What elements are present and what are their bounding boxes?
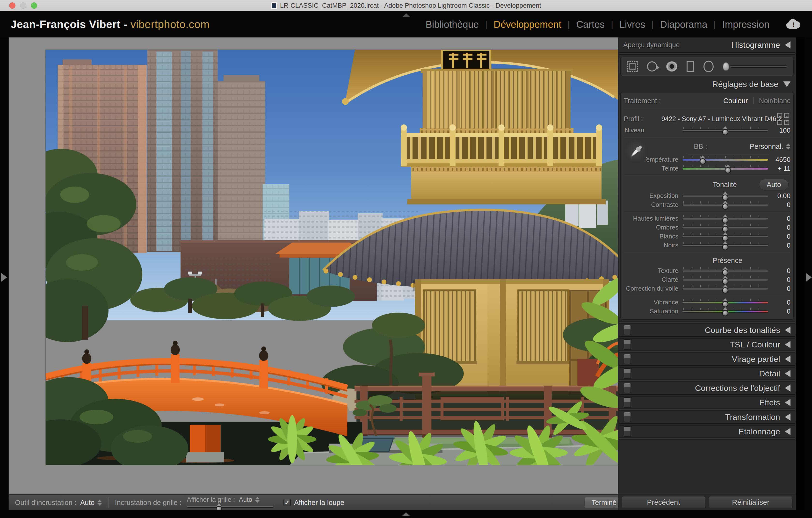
whites-slider[interactable] (682, 232, 768, 241)
clarity-row: Clarté 0 (624, 275, 790, 284)
overlay-tool-spinner-icon[interactable] (97, 500, 102, 506)
white-balance-eyedropper-icon[interactable] (624, 140, 647, 163)
panel-toggle-switch[interactable] (624, 339, 631, 350)
right-panel-scroll[interactable]: Aperçu dynamique Histogramme (618, 37, 796, 494)
window-title: LR-CLASSIC_CatMBP_2020.lrcat - Adobe Pho… (280, 2, 541, 9)
panel-toggle-switch[interactable] (624, 412, 631, 422)
previous-button[interactable]: Précédent (622, 496, 705, 508)
profile-browser-icon[interactable] (777, 113, 789, 125)
module-impression[interactable]: Impression (716, 19, 776, 30)
tint-row: Teinte + 11 (624, 164, 790, 173)
module-bibliotheque[interactable]: Bibliothèque (419, 19, 485, 30)
vibrance-label: Vibrance (624, 299, 682, 306)
clarity-slider[interactable] (682, 275, 768, 284)
panel-divider (619, 336, 795, 338)
wb-value[interactable]: Personnal. (750, 143, 783, 151)
basic-panel-header[interactable]: Réglages de base (618, 78, 796, 90)
auto-tone-button[interactable]: Auto (759, 179, 788, 190)
panel-title: Courbe des tonalités (705, 326, 780, 335)
panel-header-split-toning[interactable]: Virage partiel (618, 353, 796, 365)
histogram-title: Histogramme (731, 40, 780, 50)
adjustment-brush-tool-icon[interactable] (723, 62, 787, 70)
panel-divider (619, 379, 795, 382)
graduated-filter-tool-icon[interactable] (687, 61, 694, 72)
panel-toggle-switch[interactable] (624, 354, 631, 364)
show-left-panel-arrow-icon[interactable] (1, 273, 7, 282)
zoom-button[interactable] (31, 2, 37, 9)
dehaze-label: Correction du voile (624, 285, 682, 292)
module-separator: | (568, 19, 570, 29)
contrast-slider[interactable] (682, 200, 768, 210)
show-filmstrip-arrow-icon[interactable] (402, 512, 410, 516)
done-button[interactable]: Terminé (585, 497, 624, 508)
highlights-slider[interactable] (682, 214, 768, 223)
saturation-label: Saturation (624, 308, 682, 315)
right-panel: Aperçu dynamique Histogramme (618, 37, 796, 510)
show-loupe-checkbox[interactable]: ✓ (284, 499, 291, 506)
vibrance-slider[interactable] (682, 298, 768, 307)
panel-header-detail[interactable]: Détail (618, 367, 796, 379)
photo-nan-lian-garden[interactable] (46, 50, 618, 465)
panel-toggle-switch[interactable] (624, 383, 631, 393)
hide-right-panel-arrow-icon[interactable] (806, 273, 812, 282)
dehaze-slider[interactable] (682, 284, 768, 294)
presence-section-header: Présence (624, 255, 790, 266)
panel-header-hsl-color[interactable]: TSL / Couleur (618, 338, 796, 351)
treatment-color-option[interactable]: Couleur (723, 97, 748, 105)
panel-header-effects[interactable]: Effets (618, 396, 796, 408)
overlay-tool-value[interactable]: Auto (80, 499, 95, 507)
identity-site: vibertphoto.com (130, 18, 210, 30)
red-eye-tool-icon[interactable] (666, 61, 677, 71)
blacks-value: 0 (768, 242, 790, 249)
panel-header-tone-curve[interactable]: Courbe des tonalités (618, 324, 796, 336)
radial-filter-tool-icon[interactable] (703, 61, 714, 72)
panel-header-calibration[interactable]: Etalonnage (618, 425, 796, 437)
healing-tool-icon[interactable] (647, 61, 657, 71)
panel-toggle-switch[interactable] (624, 397, 631, 408)
panel-header-transform[interactable]: Transformation (618, 411, 796, 423)
tint-slider[interactable] (682, 164, 768, 174)
minimize-button[interactable] (20, 2, 26, 9)
sync-cloud-icon[interactable]: ! (783, 18, 802, 31)
module-livres[interactable]: Livres (613, 19, 651, 30)
shadows-slider[interactable] (682, 223, 768, 233)
wb-spinner-icon[interactable] (786, 144, 790, 150)
reset-button[interactable]: Réinitialiser (709, 496, 792, 508)
crop-tool-icon[interactable] (627, 61, 638, 72)
module-cartes[interactable]: Cartes (570, 19, 611, 30)
panel-toggle-switch[interactable] (624, 368, 631, 379)
panel-header-lens-corrections[interactable]: Corrections de l'objectif (618, 382, 796, 394)
show-grid-spinner-icon[interactable] (255, 497, 260, 503)
collapse-arrow-icon (785, 41, 790, 49)
amount-value: 100 (768, 127, 790, 134)
exposure-row: Exposition 0,00 (624, 191, 790, 200)
module-separator: | (485, 19, 487, 29)
tone-label: Tonalité (713, 181, 737, 189)
blacks-row: Noirs 0 (624, 241, 790, 250)
saturation-slider[interactable] (682, 307, 768, 316)
treatment-bw-option[interactable]: Noir/blanc (759, 97, 790, 105)
collapse-arrow-icon (785, 399, 790, 406)
blacks-slider[interactable] (682, 241, 768, 250)
exposure-slider[interactable] (682, 191, 768, 201)
close-button[interactable] (9, 2, 16, 9)
profile-value[interactable]: 9422 - Sony A7 - Lumineux Vibrant D46 2 (662, 115, 782, 123)
grid-size-slider[interactable] (187, 504, 274, 509)
dehaze-value: 0 (768, 285, 790, 293)
vibrance-row: Vibrance 0 (624, 298, 790, 307)
hide-top-panel-arrow-icon[interactable] (402, 13, 410, 17)
panel-toggle-switch[interactable] (624, 426, 631, 437)
temperature-slider[interactable] (682, 155, 768, 164)
panel-toggle-switch[interactable] (624, 325, 631, 335)
vibrance-value: 0 (768, 299, 790, 306)
show-grid-value[interactable]: Auto (239, 496, 252, 504)
amount-slider[interactable] (682, 126, 768, 135)
histogram-panel-header[interactable]: Aperçu dynamique Histogramme (618, 37, 796, 53)
temperature-row: Température 4650 (624, 155, 790, 164)
identity-name: Jean-François Vibert - (11, 18, 127, 30)
module-diaporama[interactable]: Diaporama (654, 19, 714, 30)
module-separator: | (611, 19, 613, 29)
texture-slider[interactable] (682, 266, 768, 276)
smart-preview-status[interactable]: Aperçu dynamique (623, 41, 679, 49)
module-developpement[interactable]: Développement (488, 19, 568, 30)
